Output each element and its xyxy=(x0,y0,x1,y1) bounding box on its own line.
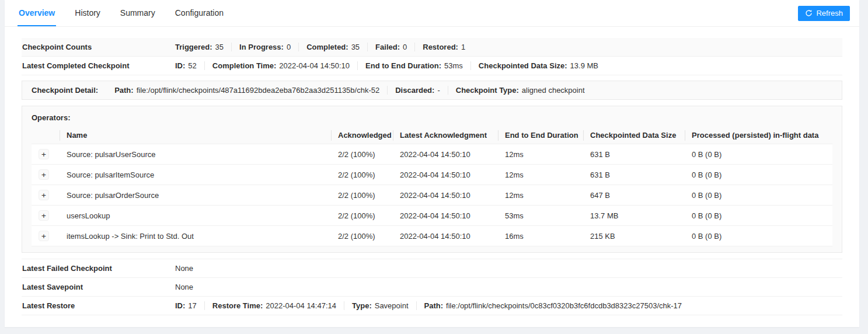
expand-row-button[interactable]: + xyxy=(39,169,49,180)
operator-latest-ack: 2022-04-04 14:50:10 xyxy=(393,144,498,165)
restore-type: Type:Savepoint xyxy=(344,301,416,310)
restore-path: Path:file:/opt/flink/checkpoints/0c83cf0… xyxy=(416,301,690,310)
operator-acknowledged: 2/2 (100%) xyxy=(331,226,393,246)
refresh-button[interactable]: Refresh xyxy=(798,6,850,21)
operator-duration: 12ms xyxy=(498,165,583,185)
latest-completed-values: ID:52 Completion Time:2022-04-04 14:50:1… xyxy=(175,61,606,70)
operator-latest-ack: 2022-04-04 14:50:10 xyxy=(393,185,498,206)
expand-column-header xyxy=(32,127,60,144)
table-row: + Source: pulsarUserSource 2/2 (100%) 20… xyxy=(32,144,832,165)
tab-bar: Overview History Summary Configuration R… xyxy=(5,0,859,27)
sync-icon xyxy=(805,9,813,17)
operators-label: Operators: xyxy=(32,113,832,122)
detail-path: Path:file:/opt/flink/checkpoints/487a116… xyxy=(114,86,387,95)
table-row: + Source: pulsarOrderSource 2/2 (100%) 2… xyxy=(32,185,832,206)
operator-size: 631 B xyxy=(583,165,685,185)
checkpoint-detail-values: Path:file:/opt/flink/checkpoints/487a116… xyxy=(114,86,592,95)
operator-duration: 53ms xyxy=(498,206,583,226)
table-row: + Source: pulsarItemSource 2/2 (100%) 20… xyxy=(32,165,832,185)
checkpoint-detail-label: Checkpoint Detail: xyxy=(32,86,98,95)
latest-failed-value: None xyxy=(175,264,193,273)
row-latest-failed-checkpoint: Latest Failed Checkpoint None xyxy=(22,259,842,278)
row-label: Checkpoint Counts xyxy=(22,43,175,51)
count-completed: Completed:35 xyxy=(298,43,367,51)
detail-discarded: Discarded:- xyxy=(387,86,448,95)
overview-content: Checkpoint Counts Triggered:35 In Progre… xyxy=(5,27,859,315)
operator-latest-ack: 2022-04-04 14:50:10 xyxy=(393,226,498,246)
tab-overview[interactable]: Overview xyxy=(18,0,56,26)
row-latest-completed-checkpoint: Latest Completed Checkpoint ID:52 Comple… xyxy=(22,57,842,75)
checkpoint-expanded-section: Checkpoint Detail: Path:file:/opt/flink/… xyxy=(22,75,842,259)
operator-name: Source: pulsarItemSource xyxy=(60,165,331,185)
column-processed-inflight: Processed (persisted) in-flight data xyxy=(685,127,832,144)
expand-row-button[interactable]: + xyxy=(39,149,49,159)
table-row: + itemsLookup -> Sink: Print to Std. Out… xyxy=(32,226,832,246)
operators-header-row: Name Acknowledged Latest Acknowledgment … xyxy=(32,127,832,144)
column-checkpointed-data-size: Checkpointed Data Size xyxy=(583,127,685,144)
operator-latest-ack: 2022-04-04 14:50:10 xyxy=(393,165,498,185)
latest-savepoint-value: None xyxy=(175,283,193,291)
operator-size: 215 KB xyxy=(583,226,685,246)
operator-latest-ack: 2022-04-04 14:50:10 xyxy=(393,206,498,226)
operator-inflight: 0 B (0 B) xyxy=(685,206,832,226)
detail-type: Checkpoint Type:aligned checkpoint xyxy=(448,86,592,95)
operator-size: 631 B xyxy=(583,144,685,165)
refresh-button-label: Refresh xyxy=(816,9,843,18)
operator-inflight: 0 B (0 B) xyxy=(685,165,832,185)
expand-row-button[interactable]: + xyxy=(39,210,49,221)
operator-size: 647 B xyxy=(583,185,685,206)
table-row: + usersLookup 2/2 (100%) 2022-04-04 14:5… xyxy=(32,206,832,226)
expand-row-button[interactable]: + xyxy=(39,231,49,241)
expand-row-button[interactable]: + xyxy=(39,190,49,200)
count-failed: Failed:0 xyxy=(367,43,414,51)
tab-history[interactable]: History xyxy=(74,0,102,26)
operator-duration: 12ms xyxy=(498,185,583,206)
completed-id: ID:52 xyxy=(175,61,204,70)
operator-name: itemsLookup -> Sink: Print to Std. Out xyxy=(60,226,331,246)
row-checkpoint-counts: Checkpoint Counts Triggered:35 In Progre… xyxy=(22,38,842,57)
operator-size: 13.7 MB xyxy=(583,206,685,226)
operator-name: usersLookup xyxy=(60,206,331,226)
operator-acknowledged: 2/2 (100%) xyxy=(331,144,393,165)
operator-acknowledged: 2/2 (100%) xyxy=(331,206,393,226)
operator-duration: 16ms xyxy=(498,226,583,246)
latest-restore-values: ID:17 Restore Time:2022-04-04 14:47:14 T… xyxy=(175,301,689,310)
restore-id: ID:17 xyxy=(175,301,204,310)
column-end-to-end-duration: End to End Duration xyxy=(498,127,583,144)
row-label: Latest Completed Checkpoint xyxy=(22,61,175,70)
column-acknowledged: Acknowledged xyxy=(331,127,393,144)
operator-duration: 12ms xyxy=(498,144,583,165)
column-latest-acknowledgment: Latest Acknowledgment xyxy=(393,127,498,144)
row-latest-restore: Latest Restore ID:17 Restore Time:2022-0… xyxy=(22,297,842,315)
row-label: Latest Savepoint xyxy=(22,283,175,291)
row-label: Latest Restore xyxy=(22,301,175,310)
count-restored: Restored:1 xyxy=(414,43,473,51)
row-label: Latest Failed Checkpoint xyxy=(22,264,175,273)
row-latest-savepoint: Latest Savepoint None xyxy=(22,278,842,297)
operator-name: Source: pulsarUserSource xyxy=(60,144,331,165)
checkpoints-panel: Overview History Summary Configuration R… xyxy=(5,0,859,327)
checkpoint-detail-box: Checkpoint Detail: Path:file:/opt/flink/… xyxy=(22,81,842,100)
operators-table: Name Acknowledged Latest Acknowledgment … xyxy=(32,127,832,246)
operator-acknowledged: 2/2 (100%) xyxy=(331,165,393,185)
operator-inflight: 0 B (0 B) xyxy=(685,226,832,246)
count-in-progress: In Progress:0 xyxy=(231,43,298,51)
operator-inflight: 0 B (0 B) xyxy=(685,185,832,206)
checkpoint-counts-values: Triggered:35 In Progress:0 Completed:35 … xyxy=(175,43,473,51)
column-name: Name xyxy=(60,127,331,144)
operator-inflight: 0 B (0 B) xyxy=(685,144,832,165)
tab-configuration[interactable]: Configuration xyxy=(174,0,225,26)
completed-time: Completion Time:2022-04-04 14:50:10 xyxy=(204,61,357,70)
count-triggered: Triggered:35 xyxy=(175,43,231,51)
completed-duration: End to End Duration:53ms xyxy=(357,61,470,70)
tabs: Overview History Summary Configuration xyxy=(18,0,798,26)
operator-name: Source: pulsarOrderSource xyxy=(60,185,331,206)
operators-box: Operators: Name Acknowledged Latest Ackn… xyxy=(22,106,842,253)
completed-size: Checkpointed Data Size:13.9 MB xyxy=(470,61,606,70)
operator-acknowledged: 2/2 (100%) xyxy=(331,185,393,206)
restore-time: Restore Time:2022-04-04 14:47:14 xyxy=(204,301,344,310)
tab-summary[interactable]: Summary xyxy=(119,0,156,26)
